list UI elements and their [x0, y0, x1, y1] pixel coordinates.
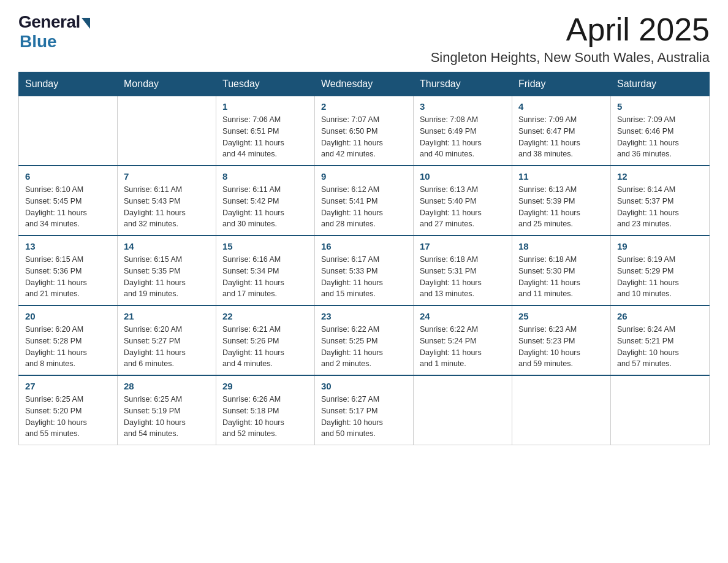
day-info: Sunrise: 6:13 AM Sunset: 5:39 PM Dayligh… — [518, 184, 604, 230]
calendar-cell: 6Sunrise: 6:10 AM Sunset: 5:45 PM Daylig… — [19, 166, 118, 236]
month-title: April 2025 — [431, 12, 710, 47]
calendar-cell: 27Sunrise: 6:25 AM Sunset: 5:20 PM Dayli… — [19, 375, 118, 445]
day-number: 17 — [420, 241, 506, 251]
day-number: 29 — [222, 381, 308, 391]
weekday-header-saturday: Saturday — [611, 72, 710, 96]
day-number: 4 — [518, 101, 604, 112]
weekday-header-monday: Monday — [118, 72, 216, 96]
calendar-cell: 8Sunrise: 6:11 AM Sunset: 5:42 PM Daylig… — [216, 166, 315, 236]
calendar-cell — [512, 375, 611, 445]
calendar-cell: 3Sunrise: 7:08 AM Sunset: 6:49 PM Daylig… — [414, 96, 512, 166]
day-number: 6 — [25, 171, 111, 182]
day-info: Sunrise: 6:21 AM Sunset: 5:26 PM Dayligh… — [222, 324, 308, 370]
day-info: Sunrise: 6:19 AM Sunset: 5:29 PM Dayligh… — [617, 254, 703, 300]
calendar-cell: 1Sunrise: 7:06 AM Sunset: 6:51 PM Daylig… — [216, 96, 315, 166]
day-info: Sunrise: 6:15 AM Sunset: 5:36 PM Dayligh… — [25, 254, 111, 300]
day-number: 28 — [124, 381, 210, 391]
day-info: Sunrise: 6:11 AM Sunset: 5:43 PM Dayligh… — [124, 184, 210, 230]
calendar-cell: 16Sunrise: 6:17 AM Sunset: 5:33 PM Dayli… — [315, 236, 414, 305]
day-number: 9 — [321, 171, 407, 182]
logo-blue-text: Blue — [20, 32, 57, 52]
day-number: 5 — [617, 101, 703, 112]
calendar-cell: 2Sunrise: 7:07 AM Sunset: 6:50 PM Daylig… — [315, 96, 414, 166]
calendar-cell: 10Sunrise: 6:13 AM Sunset: 5:40 PM Dayli… — [414, 166, 512, 236]
day-info: Sunrise: 7:06 AM Sunset: 6:51 PM Dayligh… — [222, 114, 308, 160]
day-info: Sunrise: 6:23 AM Sunset: 5:23 PM Dayligh… — [518, 324, 604, 370]
calendar-cell: 29Sunrise: 6:26 AM Sunset: 5:18 PM Dayli… — [216, 375, 315, 445]
day-number: 18 — [518, 241, 604, 251]
calendar-cell: 19Sunrise: 6:19 AM Sunset: 5:29 PM Dayli… — [611, 236, 710, 305]
day-info: Sunrise: 6:27 AM Sunset: 5:17 PM Dayligh… — [321, 394, 407, 440]
calendar-cell — [611, 375, 710, 445]
day-number: 2 — [321, 101, 407, 112]
day-info: Sunrise: 6:22 AM Sunset: 5:25 PM Dayligh… — [321, 324, 407, 370]
calendar-week-row: 13Sunrise: 6:15 AM Sunset: 5:36 PM Dayli… — [19, 236, 710, 305]
day-number: 13 — [25, 241, 111, 251]
location-title: Singleton Heights, New South Wales, Aust… — [431, 50, 710, 66]
day-number: 11 — [518, 171, 604, 182]
day-info: Sunrise: 7:09 AM Sunset: 6:47 PM Dayligh… — [518, 114, 604, 160]
page-header: General Blue April 2025 Singleton Height… — [18, 12, 710, 66]
calendar-cell: 4Sunrise: 7:09 AM Sunset: 6:47 PM Daylig… — [512, 96, 611, 166]
day-info: Sunrise: 6:12 AM Sunset: 5:41 PM Dayligh… — [321, 184, 407, 230]
day-info: Sunrise: 6:13 AM Sunset: 5:40 PM Dayligh… — [420, 184, 506, 230]
day-number: 20 — [25, 311, 111, 321]
day-info: Sunrise: 6:24 AM Sunset: 5:21 PM Dayligh… — [617, 324, 703, 370]
day-number: 1 — [222, 101, 308, 112]
calendar-cell: 18Sunrise: 6:18 AM Sunset: 5:30 PM Dayli… — [512, 236, 611, 305]
day-info: Sunrise: 6:18 AM Sunset: 5:30 PM Dayligh… — [518, 254, 604, 300]
weekday-header-thursday: Thursday — [414, 72, 512, 96]
day-info: Sunrise: 6:16 AM Sunset: 5:34 PM Dayligh… — [222, 254, 308, 300]
calendar-cell: 11Sunrise: 6:13 AM Sunset: 5:39 PM Dayli… — [512, 166, 611, 236]
day-info: Sunrise: 6:17 AM Sunset: 5:33 PM Dayligh… — [321, 254, 407, 300]
calendar-cell — [19, 96, 118, 166]
day-number: 26 — [617, 311, 703, 321]
day-number: 25 — [518, 311, 604, 321]
day-info: Sunrise: 6:18 AM Sunset: 5:31 PM Dayligh… — [420, 254, 506, 300]
day-number: 30 — [321, 381, 407, 391]
calendar-cell: 15Sunrise: 6:16 AM Sunset: 5:34 PM Dayli… — [216, 236, 315, 305]
calendar-week-row: 6Sunrise: 6:10 AM Sunset: 5:45 PM Daylig… — [19, 166, 710, 236]
calendar-cell: 21Sunrise: 6:20 AM Sunset: 5:27 PM Dayli… — [118, 305, 216, 375]
weekday-header-friday: Friday — [512, 72, 611, 96]
calendar-cell: 24Sunrise: 6:22 AM Sunset: 5:24 PM Dayli… — [414, 305, 512, 375]
calendar-week-row: 20Sunrise: 6:20 AM Sunset: 5:28 PM Dayli… — [19, 305, 710, 375]
day-number: 12 — [617, 171, 703, 182]
day-number: 7 — [124, 171, 210, 182]
day-number: 19 — [617, 241, 703, 251]
day-number: 10 — [420, 171, 506, 182]
day-number: 14 — [124, 241, 210, 251]
calendar-cell: 9Sunrise: 6:12 AM Sunset: 5:41 PM Daylig… — [315, 166, 414, 236]
calendar-cell: 23Sunrise: 6:22 AM Sunset: 5:25 PM Dayli… — [315, 305, 414, 375]
day-info: Sunrise: 7:09 AM Sunset: 6:46 PM Dayligh… — [617, 114, 703, 160]
calendar-cell: 26Sunrise: 6:24 AM Sunset: 5:21 PM Dayli… — [611, 305, 710, 375]
day-info: Sunrise: 6:25 AM Sunset: 5:19 PM Dayligh… — [124, 394, 210, 440]
weekday-header-tuesday: Tuesday — [216, 72, 315, 96]
day-info: Sunrise: 6:25 AM Sunset: 5:20 PM Dayligh… — [25, 394, 111, 440]
day-info: Sunrise: 6:15 AM Sunset: 5:35 PM Dayligh… — [124, 254, 210, 300]
day-info: Sunrise: 6:20 AM Sunset: 5:27 PM Dayligh… — [124, 324, 210, 370]
day-info: Sunrise: 6:14 AM Sunset: 5:37 PM Dayligh… — [617, 184, 703, 230]
calendar-cell: 13Sunrise: 6:15 AM Sunset: 5:36 PM Dayli… — [19, 236, 118, 305]
title-area: April 2025 Singleton Heights, New South … — [431, 12, 710, 66]
weekday-header-row: SundayMondayTuesdayWednesdayThursdayFrid… — [19, 72, 710, 96]
day-number: 3 — [420, 101, 506, 112]
calendar-table: SundayMondayTuesdayWednesdayThursdayFrid… — [18, 72, 710, 445]
calendar-cell: 17Sunrise: 6:18 AM Sunset: 5:31 PM Dayli… — [414, 236, 512, 305]
weekday-header-wednesday: Wednesday — [315, 72, 414, 96]
logo-general-text: General — [18, 12, 80, 32]
calendar-week-row: 27Sunrise: 6:25 AM Sunset: 5:20 PM Dayli… — [19, 375, 710, 445]
calendar-cell: 5Sunrise: 7:09 AM Sunset: 6:46 PM Daylig… — [611, 96, 710, 166]
calendar-cell: 28Sunrise: 6:25 AM Sunset: 5:19 PM Dayli… — [118, 375, 216, 445]
calendar-cell: 7Sunrise: 6:11 AM Sunset: 5:43 PM Daylig… — [118, 166, 216, 236]
calendar-cell: 25Sunrise: 6:23 AM Sunset: 5:23 PM Dayli… — [512, 305, 611, 375]
calendar-cell: 22Sunrise: 6:21 AM Sunset: 5:26 PM Dayli… — [216, 305, 315, 375]
weekday-header-sunday: Sunday — [19, 72, 118, 96]
logo-triangle-icon — [82, 18, 90, 29]
calendar-cell — [118, 96, 216, 166]
logo: General Blue — [18, 12, 90, 52]
day-number: 16 — [321, 241, 407, 251]
day-number: 27 — [25, 381, 111, 391]
calendar-week-row: 1Sunrise: 7:06 AM Sunset: 6:51 PM Daylig… — [19, 96, 710, 166]
calendar-cell: 12Sunrise: 6:14 AM Sunset: 5:37 PM Dayli… — [611, 166, 710, 236]
